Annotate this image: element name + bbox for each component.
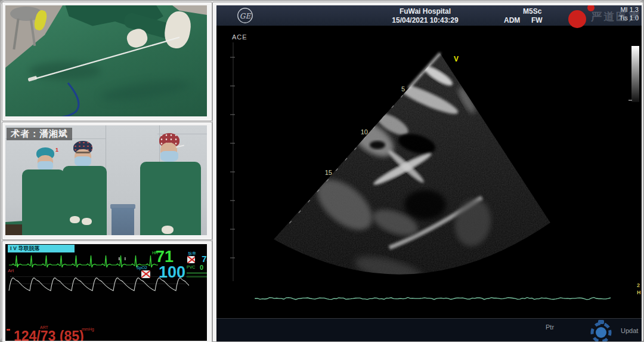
svg-text:GE: GE xyxy=(240,12,252,20)
preset-adm: ADM xyxy=(504,16,520,24)
bp-value: 124/73 (85) xyxy=(14,328,84,341)
depth-mark-15: 15 xyxy=(325,169,332,176)
pvc-label: PVC xyxy=(187,265,195,269)
hr-readout-partial: H xyxy=(637,289,641,295)
yandao-logo-icon xyxy=(568,10,586,28)
update-softkey[interactable]: Updat xyxy=(621,327,638,334)
hr-value: 71 xyxy=(143,249,174,265)
exam-datetime: 15/04/2021 10:43:29 xyxy=(366,16,485,24)
surgical-bin xyxy=(112,208,134,235)
gloved-hand xyxy=(162,226,174,234)
st-readout-row xyxy=(187,276,207,278)
echo-header-bar: GE FuWai Hospital 15/04/2021 10:43:29 M5… xyxy=(216,5,642,26)
bp-tick xyxy=(7,329,10,331)
stream-tag: 1 xyxy=(55,147,58,153)
hospital-name: FuWai Hospital xyxy=(366,7,485,16)
instruments-overlay xyxy=(5,5,207,116)
spo2-label: SpO2 xyxy=(137,266,147,270)
surgeon-mask xyxy=(160,151,178,162)
ecg-waveform xyxy=(8,251,158,269)
pr-value: 74 xyxy=(196,254,207,263)
patient-monitor-frame: I V 导联脱落 HR 71 SpO2 100 脉率 74 PVC 0 Art xyxy=(2,241,212,342)
echo-status-bar: Ptr Updat xyxy=(216,318,642,341)
orientation-v-marker: V xyxy=(454,55,459,63)
glasses xyxy=(76,152,90,153)
trackball-icon xyxy=(587,320,615,341)
grayscale-bar xyxy=(631,46,639,102)
operator-name-overlay: 术者：潘湘斌 xyxy=(7,128,72,140)
camera-operators-frame: 1 术者：潘湘斌 xyxy=(2,122,212,240)
hr-readout-partial: 2 xyxy=(637,282,640,288)
surgeon-gown xyxy=(22,170,65,235)
gloved-hand xyxy=(70,216,80,223)
surgeon-mask xyxy=(75,156,91,167)
depth-mark-5: 5 xyxy=(401,85,405,93)
preset-fw: FW xyxy=(531,16,543,24)
probe-name: M5Sc xyxy=(523,7,541,16)
arterial-waveform xyxy=(8,270,189,295)
camera-surgical-field-frame xyxy=(2,2,212,121)
mi-readout: MI 1.3 xyxy=(603,6,639,13)
echo-image-area: 5 10 15 V xyxy=(216,26,642,318)
patient-monitor: I V 导联脱落 HR 71 SpO2 100 脉率 74 PVC 0 Art xyxy=(5,244,207,341)
st-readout-row xyxy=(187,272,207,274)
camera-operators: 1 术者：潘湘斌 xyxy=(5,125,207,235)
camera-surgical-field xyxy=(5,5,207,116)
echo-ecg-trace xyxy=(255,297,611,299)
pvc-value: 0 xyxy=(200,264,203,271)
broadcast-window: 1 术者：潘湘斌 I V 导联脱落 xyxy=(0,0,644,342)
grayscale-marker xyxy=(628,100,632,101)
depth-mark-10: 10 xyxy=(361,128,368,135)
gloved-hand xyxy=(82,218,92,225)
tis-readout: Tis 1.0 xyxy=(603,14,639,21)
ultrasound-frame: GE FuWai Hospital 15/04/2021 10:43:29 M5… xyxy=(212,2,643,342)
ge-logo-icon: GE xyxy=(237,7,253,24)
ultrasound-screen: GE FuWai Hospital 15/04/2021 10:43:29 M5… xyxy=(216,5,642,341)
alarm-off-icon xyxy=(187,256,195,263)
ptr-softkey[interactable]: Ptr xyxy=(546,323,554,331)
surgeon-gown xyxy=(140,162,201,235)
